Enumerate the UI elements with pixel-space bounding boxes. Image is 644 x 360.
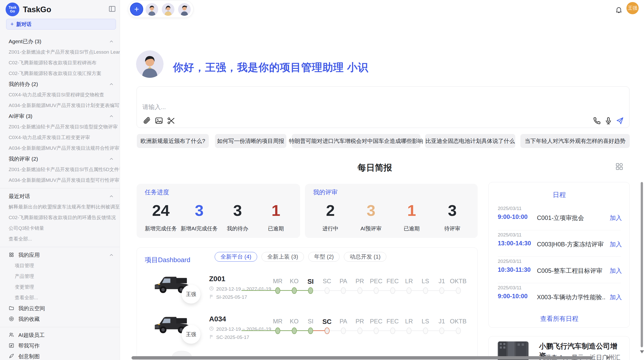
send-icon[interactable] xyxy=(616,117,624,125)
suggestion-chip[interactable]: 当下年轻人对汽车外观有怎样的喜好趋势 xyxy=(520,134,630,148)
dashboard-tab[interactable]: 全新上装 (3) xyxy=(261,252,304,262)
sidebar-collapse-icon[interactable] xyxy=(108,5,116,13)
sidebar-conversation-item[interactable]: 解释最新出台的欧盟报废车法规再生塑料比例被调至15%... xyxy=(0,202,120,212)
stat-新增AI完成任务: 3新增AI完成任务 xyxy=(180,199,218,232)
scroll-right-arrow[interactable] xyxy=(606,355,610,360)
milestone-node-FEC xyxy=(390,327,395,334)
sidebar-sub-item[interactable]: 查看全部... xyxy=(0,292,120,303)
dashboard-tab[interactable]: 动总开发 (1) xyxy=(344,252,386,262)
suggestion-chip[interactable]: 如何写一份清晰的项目周报 xyxy=(215,134,286,148)
brief-layout-grid-icon[interactable] xyxy=(615,162,624,171)
section-label: Agent已办 (3) xyxy=(9,38,41,45)
sidebar-conversation-item[interactable]: A034-全新新能源MUV产品开发项目造型可行性评审 xyxy=(0,175,120,186)
chevron-up-icon[interactable] xyxy=(109,194,114,199)
milestone-label-MR: MR xyxy=(273,278,282,285)
dashboard-tabs: 全新平台 (4)全新上装 (3)年型 (2)动总开发 (1) xyxy=(215,252,386,262)
milestone-node-PA xyxy=(341,287,346,294)
sidebar-conversation-item[interactable]: Z001-全新燃油轻卡产品开发项目SI节点属性5D文件评审 xyxy=(0,164,120,175)
sidebar-conversation-item[interactable]: 查看全部... xyxy=(0,234,120,244)
sidebar-conversation-item[interactable]: A034-全新新能源MUV产品开发项目计划变更表编写 xyxy=(0,100,120,111)
agent-avatar-3[interactable] xyxy=(178,3,191,16)
join-meeting-link[interactable]: 加入 xyxy=(610,214,622,222)
chevron-up-icon[interactable] xyxy=(109,114,114,119)
milestone-node-LR xyxy=(406,327,412,334)
voice-call-icon[interactable] xyxy=(593,117,601,125)
view-all-schedule-link[interactable]: 查看所有日程 xyxy=(489,314,630,323)
vertical-scrollbar[interactable] xyxy=(641,182,643,347)
notification-bell-icon[interactable] xyxy=(615,6,623,14)
milestone-label-OKTB: OKTB xyxy=(450,278,466,285)
sidebar-item-write[interactable]: 帮我写作 xyxy=(0,340,120,351)
horizontal-scrollbar[interactable] xyxy=(131,356,593,359)
clock-icon xyxy=(209,326,214,332)
sidebar-conversation-item[interactable]: C02-飞腾新能源轻客改款项目立项汇报方案 xyxy=(0,68,120,79)
add-agent-button[interactable]: + xyxy=(130,3,143,16)
sidebar-conversation-item[interactable]: A034-全新新能源MUV产品开发项目法规符合性评审 xyxy=(0,143,120,154)
sidebar-section-header[interactable]: 我的待办 (2) xyxy=(0,79,120,89)
section-label: AI评审 (3) xyxy=(9,113,32,120)
suggestion-chip[interactable]: 欧洲新规最近颁布了什么? xyxy=(137,134,209,148)
greeting-text: 你好，王强，我是你的项目管理助理 小识 xyxy=(173,61,368,74)
stat-已逾期: 1已逾期 xyxy=(391,199,432,232)
suggestion-chip[interactable]: 比亚迪全固态电池计划具体说了什么 xyxy=(425,134,515,148)
scroll-down-arrow[interactable] xyxy=(640,350,644,353)
draw-icon xyxy=(9,353,15,359)
chevron-up-icon[interactable] xyxy=(109,252,114,258)
sidebar-conversation-item[interactable]: C02-飞腾新能源轻客改款项目里程碑画布 xyxy=(0,57,120,68)
main-area: + 王强 你好，王强，我是你的项目管理助理 小识 xyxy=(120,0,644,360)
chevron-up-icon[interactable] xyxy=(109,156,114,161)
sidebar-section-header[interactable]: Agent已办 (3) xyxy=(0,36,120,47)
sidebar-item-grid[interactable]: 我的应用 xyxy=(0,250,120,260)
sidebar-item-folder[interactable]: 我的云空间 xyxy=(0,303,120,314)
sidebar-conversation-item[interactable]: Z001-全新燃油轻卡产品开发项目SI造型提交物评审 xyxy=(0,122,120,132)
milestone-label-PEC: PEC xyxy=(370,318,382,325)
chat-input[interactable] xyxy=(142,102,499,115)
microphone-icon[interactable] xyxy=(604,117,612,125)
sidebar-divider xyxy=(0,188,120,188)
sidebar-sub-item[interactable]: 产品管理 xyxy=(0,271,120,282)
schedule-time: 10:30-11:30 xyxy=(498,266,531,273)
milestone-node-FEC xyxy=(390,287,395,294)
logo-line1: Task xyxy=(9,6,17,9)
sidebar-conversation-item[interactable]: C0X4-动力总成开发项目工程变更评审 xyxy=(0,132,120,143)
app-title: TaskGo xyxy=(23,5,51,14)
sidebar-conversation-item[interactable]: Z001-全新燃油皮卡产品开发项目SI节点Lesson Learn报告 xyxy=(0,47,120,57)
dashboard-tab[interactable]: 年型 (2) xyxy=(308,252,340,262)
sidebar-section-header[interactable]: AI评审 (3) xyxy=(0,111,120,122)
suggestion-chip[interactable]: 特朗普可能对进口汽车增税会对中国车企造成哪些影响 xyxy=(292,134,420,148)
join-meeting-link[interactable]: 加入 xyxy=(610,293,622,301)
milestone-label-FEC: FEC xyxy=(387,318,399,325)
sidebar-item-draw[interactable]: 创意制图 xyxy=(0,351,120,360)
dashboard-tab[interactable]: 全新平台 (4) xyxy=(215,252,257,262)
sidebar-sub-item[interactable]: 变更管理 xyxy=(0,282,120,292)
schedule-card: 日程 2025/03/119:00-10:00C001-立项审批会加入2025/… xyxy=(488,182,630,328)
user-avatar[interactable]: 王强 xyxy=(626,2,639,14)
sidebar-item-star[interactable]: 我的收藏 xyxy=(0,314,120,324)
sidebar-item-people[interactable]: AI超级员工 xyxy=(0,330,120,340)
screenshot-scissors-icon[interactable] xyxy=(167,117,175,125)
sidebar-conversation-item[interactable]: 公司Q3轻卡销量 xyxy=(0,223,120,234)
section-label: 我的待办 (2) xyxy=(9,81,38,88)
sidebar-conversation-item[interactable]: C02-飞腾新能源轻客改款项目的闭环通告反馈情况 xyxy=(0,212,120,223)
project-name: A034 xyxy=(209,315,226,323)
sidebar-conversation-item[interactable]: C0X4-动力总成开发项目SI里程碑提交物检查 xyxy=(0,89,120,100)
chevron-up-icon[interactable] xyxy=(109,82,114,87)
project-row-Z001[interactable]: 王强Z0012023-12-19 ~ 2027-01-19SI-2025-05-… xyxy=(137,272,478,310)
sidebar-sub-item[interactable]: 项目管理 xyxy=(0,260,120,271)
join-meeting-link[interactable]: 加入 xyxy=(610,267,622,275)
sidebar-section-header[interactable]: 最近对话 xyxy=(0,191,120,202)
join-meeting-link[interactable]: 加入 xyxy=(610,240,622,248)
new-chat-button[interactable]: + 新对话 xyxy=(6,19,116,29)
grid-icon xyxy=(9,252,15,258)
chevron-up-icon[interactable] xyxy=(109,39,114,44)
attachment-icon[interactable] xyxy=(143,117,151,125)
sidebar-section-header[interactable]: 我的评审 (2) xyxy=(0,154,120,164)
sidebar-menu: Agent已办 (3)Z001-全新燃油皮卡产品开发项目SI节点Lesson L… xyxy=(0,36,120,360)
project-row-A034[interactable]: 王强A0342023-12-19 ~ 2026-01-19SC-2025-05-… xyxy=(137,312,478,350)
agent-avatar-2[interactable] xyxy=(162,3,174,16)
section-label: 我的评审 (2) xyxy=(9,155,38,162)
agent-avatar-1[interactable] xyxy=(145,3,158,16)
stats-grid: 24新增完成任务3新增AI完成任务3我的待办1已逾期 xyxy=(142,199,295,232)
image-upload-icon[interactable] xyxy=(155,117,163,125)
section-label: 最近对话 xyxy=(9,193,30,200)
